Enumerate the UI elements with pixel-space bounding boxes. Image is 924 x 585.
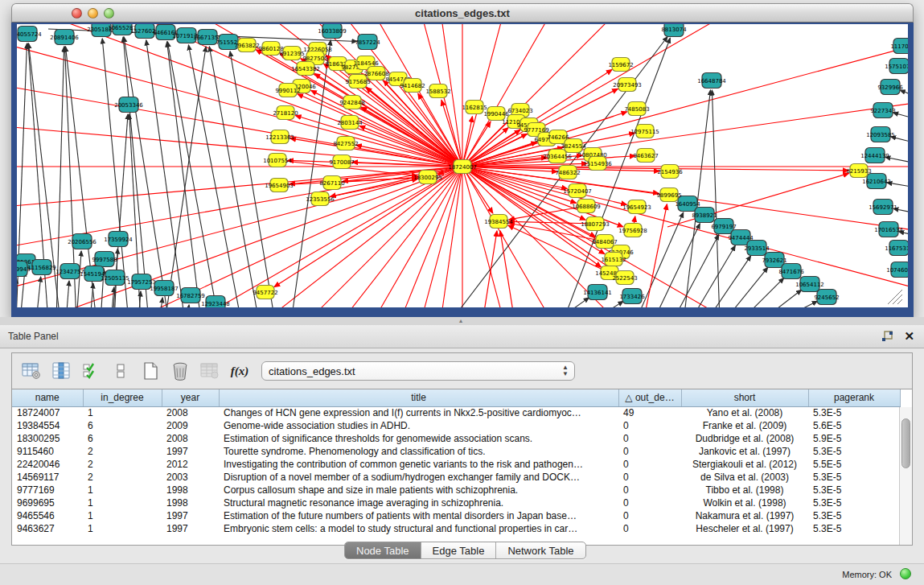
network-node-yellow[interactable]: 12213363 [265, 130, 294, 144]
table-cell[interactable]: 5.3E-5 [808, 509, 900, 522]
table-cell[interactable]: 22420046 [12, 458, 83, 471]
network-node-teal[interactable]: 12444139 [860, 148, 889, 163]
table-row[interactable]: 1456911722003Disruption of a novel membe… [12, 471, 900, 484]
table-cell[interactable]: 2008 [162, 406, 219, 419]
column-header[interactable]: title [219, 389, 618, 406]
import-table-button[interactable] [199, 361, 220, 381]
table-cell[interactable]: 18724007 [12, 406, 83, 419]
network-node-teal[interactable]: 12093585 [866, 127, 895, 142]
network-node-yellow[interactable]: 10107554 [263, 154, 292, 167]
table-cell[interactable]: 9463627 [12, 522, 83, 535]
table-cell[interactable]: 0 [618, 522, 681, 535]
network-node-teal[interactable]: 16033809 [318, 24, 347, 39]
network-node-yellow[interactable]: 9899695 [656, 188, 681, 202]
function-builder-button[interactable]: f(x) [229, 361, 250, 381]
divider-grip-icon[interactable]: ▴ [459, 319, 466, 323]
table-cell[interactable]: 2012 [162, 458, 219, 471]
table-cell[interactable]: Hescheler et al. (1997) [681, 522, 808, 535]
table-cell[interactable]: 49 [618, 406, 681, 419]
tab-edge-table[interactable]: Edge Table [421, 542, 497, 558]
table-cell[interactable]: 0 [618, 484, 681, 496]
table-cell[interactable]: 1 [83, 496, 162, 509]
network-node-teal[interactable]: 20206556 [68, 234, 97, 249]
table-selector-dropdown[interactable]: citations_edges.txt ▲▼ [261, 361, 575, 381]
column-header[interactable]: name [12, 389, 83, 406]
table-row[interactable]: 946554611997Estimation of the future num… [12, 509, 900, 522]
table-row[interactable]: 969969511998Structural magnetic resonanc… [12, 496, 900, 509]
table-cell[interactable]: 5.3E-5 [808, 471, 900, 484]
network-node-yellow[interactable]: 7963822 [234, 39, 259, 52]
network-node-teal[interactable]: 10746010 [886, 262, 908, 278]
table-cell[interactable]: 9699695 [12, 496, 83, 509]
network-node-teal[interactable]: 17359924 [104, 232, 133, 247]
network-node-yellow[interactable]: 10688609 [572, 200, 601, 213]
network-node-teal[interactable]: 8471676 [778, 264, 804, 279]
select-rows-button[interactable] [80, 361, 101, 381]
network-canvas[interactable]: 2405572420891406230518261065528715276021… [11, 23, 914, 317]
network-node-yellow[interactable]: 9242848 [339, 96, 364, 109]
table-cell[interactable]: 0 [618, 471, 681, 484]
table-cell[interactable]: Estimation of significance thresholds fo… [219, 432, 618, 445]
network-node-teal[interactable]: 1733426 [619, 289, 645, 304]
network-node-teal[interactable]: 12923448 [201, 296, 230, 308]
table-cell[interactable]: 5.3E-5 [808, 406, 900, 419]
table-cell[interactable]: 5.9E-5 [808, 432, 900, 445]
network-node-teal[interactable]: 9245652 [814, 290, 839, 305]
network-node-teal[interactable]: 15692971 [869, 200, 897, 215]
tab-network-table[interactable]: Network Table [496, 542, 585, 558]
network-node-yellow[interactable]: 9463627 [633, 149, 658, 163]
table-cell[interactable]: 1997 [162, 522, 219, 535]
node-table-grid[interactable]: namein_degreeyeartitle△ out_de…shortpage… [12, 389, 901, 535]
table-cell[interactable]: 14569117 [12, 471, 83, 484]
network-node-yellow[interactable]: 9457722 [253, 286, 277, 299]
table-cell[interactable]: Nakamura et al. (1997) [681, 509, 808, 522]
table-cell[interactable]: 9465546 [12, 509, 83, 522]
table-cell[interactable]: 0 [618, 419, 681, 432]
table-cell[interactable]: 0 [618, 496, 681, 509]
table-row[interactable]: 2242004622012Investigating the contribut… [12, 458, 900, 471]
new-table-button[interactable] [140, 361, 161, 381]
table-row[interactable]: 911546021997Tourette syndrome. Phenomeno… [12, 445, 900, 458]
select-column-button[interactable] [51, 361, 72, 381]
column-header[interactable]: △ out_de… [618, 389, 681, 406]
network-node-teal[interactable]: 17016534 [874, 222, 903, 237]
table-cell[interactable]: 2 [83, 471, 162, 484]
table-cell[interactable]: 5.3E-5 [808, 496, 900, 509]
network-node-teal[interactable]: 16648784 [697, 73, 726, 89]
network-node-yellow[interactable]: 18807293 [581, 217, 610, 231]
table-cell[interactable]: Wolkin et al. (1998) [681, 496, 808, 509]
network-node-yellow[interactable]: 2718120 [273, 106, 298, 120]
table-row[interactable]: 1872400712008Changes of HCN gene express… [12, 406, 900, 419]
table-cell[interactable]: 5.3E-5 [808, 484, 900, 496]
table-cell[interactable]: Embryonic stem cells: a model to study s… [219, 522, 618, 535]
table-cell[interactable]: 1997 [162, 445, 219, 458]
table-cell[interactable]: 6 [83, 419, 162, 432]
table-scrollbar[interactable] [899, 407, 912, 545]
network-node-teal[interactable]: 24055724 [17, 27, 42, 42]
table-cell[interactable]: 1 [83, 406, 162, 419]
table-cell[interactable]: Tibbo et al. (1998) [681, 484, 808, 496]
table-cell[interactable]: Corpus callosum shape and size in male p… [219, 484, 618, 496]
table-cell[interactable]: 5.5E-5 [808, 458, 900, 471]
table-cell[interactable]: 0 [618, 432, 681, 445]
table-cell[interactable]: 9777169 [12, 484, 83, 496]
network-node-teal[interactable]: 9227343 [870, 103, 895, 118]
table-cell[interactable]: 1 [83, 522, 162, 535]
tab-node-table[interactable]: Node Table [345, 542, 421, 558]
network-node-yellow[interactable]: 8427552 [333, 137, 358, 150]
network-node-teal[interactable]: 9997588 [92, 252, 117, 267]
table-cell[interactable]: 2008 [162, 432, 219, 445]
table-row[interactable]: 977716911998Corpus callosum shape and si… [12, 484, 900, 496]
table-cell[interactable]: 2009 [162, 419, 219, 432]
network-node-yellow[interactable]: 1588532 [425, 84, 450, 98]
table-cell[interactable]: 2003 [162, 471, 219, 484]
network-node-yellow[interactable]: 7485083 [624, 102, 649, 116]
network-node-yellow[interactable]: 9990112 [275, 84, 300, 97]
network-node-yellow[interactable]: 19654923 [622, 200, 651, 214]
memory-status-icon[interactable] [900, 568, 911, 579]
table-cell[interactable]: 1 [83, 509, 162, 522]
table-cell[interactable]: 0 [618, 458, 681, 471]
row-height-button[interactable] [110, 361, 131, 381]
network-node-teal[interactable]: 15751074 [885, 59, 908, 74]
table-row[interactable]: 1938455462009Genome-wide association stu… [12, 419, 900, 432]
